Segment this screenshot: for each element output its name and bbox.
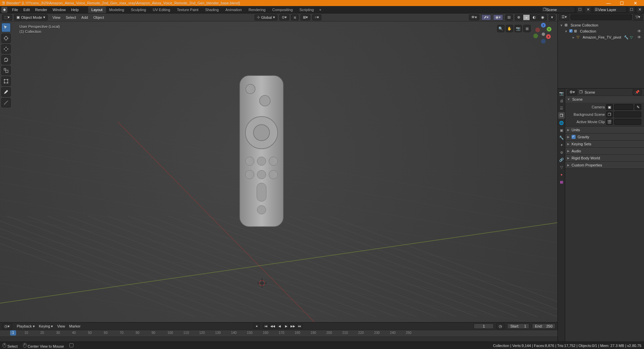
scene-name-input[interactable] (546, 8, 573, 12)
outliner-search[interactable] (571, 14, 632, 20)
vp-menu-add[interactable]: Add (79, 14, 91, 21)
workspace-tab-texture-paint[interactable]: Texture Paint (173, 6, 202, 13)
workspace-tab-layout[interactable]: Layout (88, 6, 106, 13)
disclosure-icon[interactable]: ▾ (565, 29, 568, 34)
jump-prev-key[interactable]: ◀◀ (270, 323, 276, 329)
play-reverse[interactable]: ◀ (276, 323, 282, 329)
viewlayer-selector[interactable]: ☰ (593, 7, 627, 13)
outliner-editor-type[interactable]: ☰▾ (559, 14, 569, 20)
ptab-world[interactable]: 🌐 (558, 119, 565, 126)
panel-header[interactable]: ▶Units (565, 127, 644, 133)
rotate-tool[interactable] (1, 55, 11, 64)
properties-editor-type[interactable]: ⚙▾ (567, 89, 577, 95)
current-frame[interactable]: 1 (474, 323, 494, 329)
outliner-filter[interactable]: ▽▾ (633, 14, 643, 20)
workspace-tab-rendering[interactable]: Rendering (245, 6, 269, 13)
axis-y[interactable]: Y (547, 27, 551, 32)
viewlayer-name-input[interactable] (598, 8, 625, 12)
camera-eyedropper[interactable]: ✎ (635, 104, 641, 110)
ptab-constraints[interactable]: 🔗 (558, 156, 565, 163)
disclosure-icon[interactable]: ▾ (560, 23, 563, 28)
ptab-physics[interactable]: ⊚ (558, 149, 565, 156)
zoom-button[interactable]: 🔍 (497, 25, 504, 32)
timeline-editor-type[interactable]: ◷▾ (2, 323, 12, 329)
gizmo-toggle[interactable]: ⬈▾ (481, 14, 491, 20)
pivot-selector[interactable]: ⊙▾ (279, 14, 289, 20)
ptab-scene[interactable]: ❐ (558, 112, 565, 119)
transform-tool[interactable] (1, 77, 11, 86)
window-maximize[interactable]: ☐ (615, 1, 629, 6)
timeline-ruler[interactable]: 1 11020304050607080901001101201301401501… (0, 330, 557, 337)
disclosure-icon[interactable]: ▶ (567, 149, 570, 153)
clip-field[interactable] (614, 119, 641, 125)
ptab-texture[interactable]: ▦ (558, 179, 565, 185)
visibility-toggle[interactable]: 👁 (637, 35, 643, 40)
viewport-3d[interactable]: User Perspective (Local) (1) Collection … (0, 21, 557, 322)
axis-z[interactable]: Z (541, 23, 546, 28)
axis-neg-x[interactable] (535, 28, 540, 32)
add-workspace-button[interactable]: + (317, 6, 323, 13)
jump-next-key[interactable]: ▶▶ (290, 323, 296, 329)
tl-menu-playback[interactable]: Playback ▾ (15, 324, 37, 329)
tl-menu-marker[interactable]: Marker (67, 324, 83, 329)
viewport-canvas[interactable] (0, 21, 557, 322)
disclosure-icon[interactable]: ▶ (567, 156, 570, 160)
snap-toggle[interactable]: π (291, 14, 299, 20)
workspace-tab-scripting[interactable]: Scripting (296, 6, 317, 13)
start-frame[interactable]: Start: 1 (507, 323, 529, 329)
move-tool[interactable] (1, 44, 11, 54)
outliner-tree[interactable]: ▾ ⊞ Scene Collection ▾ ⊞ Collection 👁 ▸ … (558, 21, 644, 88)
bgscene-field[interactable] (614, 111, 641, 117)
ptab-particles[interactable]: ✦ (558, 142, 565, 148)
proportional-edit[interactable]: ○▾ (312, 14, 321, 20)
ptab-mesh[interactable]: ▽ (558, 164, 565, 170)
panel-header[interactable]: ▶Keying Sets (565, 141, 644, 147)
pan-button[interactable]: ✋ (506, 25, 513, 32)
ptab-modifiers[interactable]: 🔧 (558, 134, 565, 141)
viewlayer-delete-button[interactable]: ✕ (637, 7, 643, 13)
axis-x[interactable]: X (546, 34, 551, 39)
disclosure-icon[interactable]: ▶ (567, 128, 570, 132)
overlays-toggle[interactable]: ◉▾ (493, 14, 503, 20)
ptab-output[interactable]: 🖨 (558, 97, 565, 104)
blender-icon[interactable]: ◆ (1, 7, 7, 13)
workspace-tab-compositing[interactable]: Compositing (269, 6, 296, 13)
auto-key-toggle[interactable]: ● (254, 323, 260, 329)
panel-header[interactable]: ▶Audio (565, 148, 644, 154)
scene-selector[interactable]: ❐ (541, 7, 575, 13)
cursor-tool[interactable] (1, 34, 11, 43)
axis-neg-y[interactable] (533, 34, 538, 38)
disclosure-icon[interactable]: ▶ (567, 142, 570, 146)
nav-gizmo[interactable]: Y Z X (533, 24, 553, 44)
measure-tool[interactable] (1, 98, 11, 107)
end-frame[interactable]: End: 250 (532, 323, 555, 329)
outliner-object[interactable]: ▸ ▽ Amazon_Fire_TV_pivot 🔧 ▽ 👁 (558, 34, 643, 40)
workspace-tab-shading[interactable]: Shading (202, 6, 222, 13)
perspective-toggle[interactable]: ⊞ (523, 25, 531, 32)
vp-menu-object[interactable]: Object (91, 14, 107, 21)
visibility-toggle[interactable]: 👁 (637, 29, 643, 34)
menu-file[interactable]: File (9, 6, 21, 13)
scale-tool[interactable] (1, 66, 11, 75)
properties-pin[interactable]: 📌 (633, 89, 642, 95)
jump-start[interactable]: ⏮ (263, 323, 269, 329)
outliner-scene-collection[interactable]: ▾ ⊞ Scene Collection (558, 22, 643, 28)
gravity-checkbox[interactable] (572, 135, 576, 139)
bgscene-browse-icon[interactable]: ❐ (606, 111, 613, 117)
camera-field[interactable] (614, 104, 633, 110)
outliner-collection[interactable]: ▾ ⊞ Collection 👁 (558, 28, 643, 34)
disclosure-icon[interactable]: ▶ (567, 135, 570, 139)
xray-toggle[interactable]: ⊟ (505, 14, 513, 20)
panel-header[interactable]: ▶Custom Properties (565, 162, 644, 168)
ptab-viewlayer[interactable]: ☰ (558, 105, 565, 111)
clip-browse-icon[interactable]: 🎬 (606, 119, 613, 125)
shading-solid[interactable]: ● (523, 14, 530, 20)
menu-window[interactable]: Window (50, 6, 68, 13)
camera-view-button[interactable]: 📷 (515, 25, 522, 32)
panel-header[interactable]: ▶Gravity (565, 134, 644, 140)
shading-lookdev[interactable]: ◐ (530, 14, 538, 20)
shading-rendered[interactable]: ◉ (539, 14, 547, 20)
menu-edit[interactable]: Edit (21, 6, 33, 13)
scene-new-button[interactable]: ☐ (577, 7, 583, 13)
workspace-tab-uv-editing[interactable]: UV Editing (149, 6, 173, 13)
